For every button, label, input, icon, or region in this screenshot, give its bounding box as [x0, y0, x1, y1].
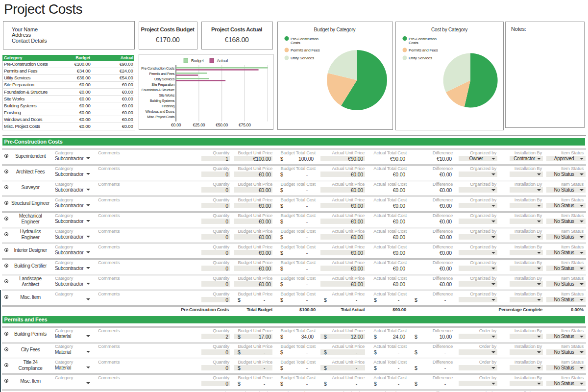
- svg-text:Utlity Services: Utlity Services: [409, 56, 432, 60]
- svg-text:Budget: Budget: [191, 58, 204, 63]
- svg-text:Permits and Fees: Permits and Fees: [149, 72, 174, 76]
- svg-text:Actual: Actual: [217, 58, 228, 63]
- svg-text:Utlity Services: Utlity Services: [154, 77, 175, 81]
- svg-text:Costs: Costs: [291, 41, 300, 45]
- svg-text:Site Works: Site Works: [159, 93, 174, 98]
- svg-text:Costs: Costs: [409, 41, 418, 45]
- svg-text:€0.00: €0.00: [171, 122, 181, 127]
- svg-text:Windows and Doors: Windows and Doors: [146, 109, 175, 114]
- svg-text:Finishing: Finishing: [162, 104, 174, 108]
- svg-text:Cost by Category: Cost by Category: [431, 27, 467, 32]
- svg-text:Building Systems: Building Systems: [150, 98, 175, 103]
- svg-text:Utlity Services: Utlity Services: [291, 56, 314, 60]
- svg-text:€25.00: €25.00: [193, 122, 205, 127]
- svg-text:€75.00: €75.00: [239, 122, 251, 127]
- svg-text:Misc. Project Costs: Misc. Project Costs: [147, 115, 175, 119]
- svg-text:Foundation & Structure: Foundation & Structure: [142, 88, 175, 92]
- svg-text:Permits and Fees: Permits and Fees: [291, 48, 320, 52]
- svg-text:Permits and Fees: Permits and Fees: [409, 48, 438, 52]
- svg-text:Site Preparation: Site Preparation: [151, 82, 174, 87]
- svg-text:Budget by Category: Budget by Category: [314, 27, 356, 32]
- svg-text:€50.00: €50.00: [216, 122, 228, 127]
- svg-text:Pre-Construction Costs: Pre-Construction Costs: [141, 66, 174, 71]
